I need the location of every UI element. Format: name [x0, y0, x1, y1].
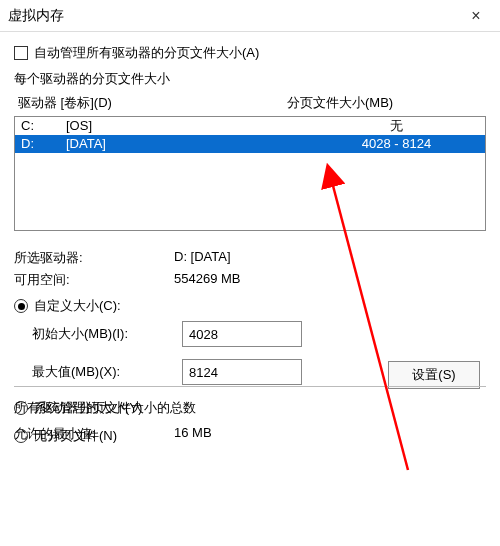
- radio-icon[interactable]: [14, 299, 28, 313]
- initial-size-input[interactable]: [182, 321, 302, 347]
- drive-size: 无: [314, 117, 479, 135]
- drive-label: [DATA]: [66, 135, 314, 153]
- drive-size: 4028 - 8124: [314, 135, 479, 153]
- content: 自动管理所有驱动器的分页文件大小(A) 每个驱动器的分页文件大小 驱动器 [卷标…: [0, 32, 500, 445]
- selected-drive-value: D: [DATA]: [174, 249, 486, 267]
- drive-row-c[interactable]: C: [OS] 无: [15, 117, 485, 135]
- auto-manage-label: 自动管理所有驱动器的分页文件大小(A): [34, 44, 259, 62]
- min-allowed-label: 允许的最小值:: [14, 425, 174, 443]
- checkbox-icon[interactable]: [14, 46, 28, 60]
- free-space-label: 可用空间:: [14, 271, 174, 289]
- custom-size-radio[interactable]: 自定义大小(C):: [14, 297, 486, 315]
- initial-size-label: 初始大小(MB)(I):: [32, 325, 182, 343]
- titlebar: 虚拟内存 ×: [0, 0, 500, 32]
- max-size-input[interactable]: [182, 359, 302, 385]
- per-drive-section-label: 每个驱动器的分页文件大小: [14, 70, 486, 88]
- drive-label: [OS]: [66, 117, 314, 135]
- custom-size-label: 自定义大小(C):: [34, 297, 121, 315]
- header-pagefile: 分页文件大小(MB): [287, 94, 482, 112]
- total-section-label: 所有驱动器分页文件大小的总数: [14, 399, 486, 417]
- drive-list-header: 驱动器 [卷标](D) 分页文件大小(MB): [14, 94, 486, 112]
- drive-letter: C:: [21, 117, 66, 135]
- window-title: 虚拟内存: [8, 7, 460, 25]
- header-drive: 驱动器 [卷标](D): [18, 94, 287, 112]
- drive-row-d[interactable]: D: [DATA] 4028 - 8124: [15, 135, 485, 153]
- max-size-label: 最大值(MB)(X):: [32, 363, 182, 381]
- selected-drive-row: 所选驱动器: D: [DATA]: [14, 249, 486, 267]
- initial-size-row: 初始大小(MB)(I):: [32, 321, 486, 347]
- drive-list[interactable]: C: [OS] 无 D: [DATA] 4028 - 8124: [14, 116, 486, 231]
- close-icon[interactable]: ×: [460, 7, 492, 25]
- free-space-value: 554269 MB: [174, 271, 486, 289]
- free-space-row: 可用空间: 554269 MB: [14, 271, 486, 289]
- total-section: 所有驱动器分页文件大小的总数 允许的最小值: 16 MB: [14, 386, 486, 447]
- auto-manage-row[interactable]: 自动管理所有驱动器的分页文件大小(A): [14, 44, 486, 62]
- drive-letter: D:: [21, 135, 66, 153]
- min-allowed-value: 16 MB: [174, 425, 486, 443]
- set-button[interactable]: 设置(S): [388, 361, 480, 389]
- selected-drive-label: 所选驱动器:: [14, 249, 174, 267]
